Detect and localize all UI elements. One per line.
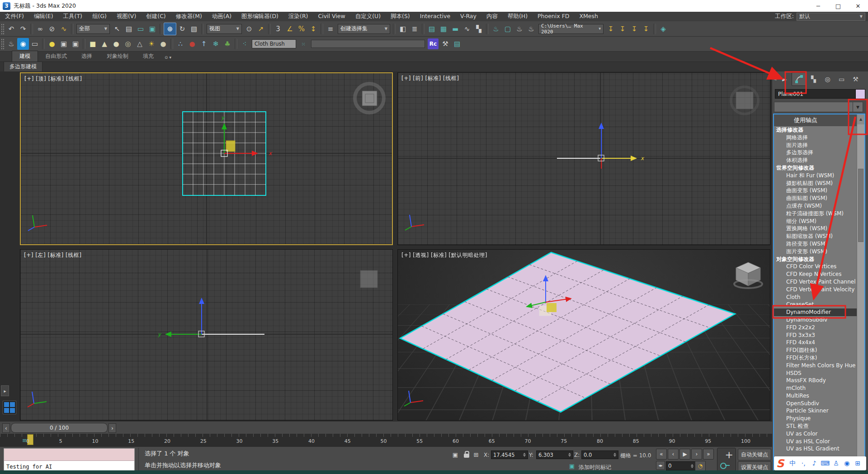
spinner-snap-icon[interactable]: ↕ <box>307 23 319 35</box>
menu-item[interactable]: V-Ray <box>455 12 481 21</box>
close-button[interactable]: ✕ <box>848 0 868 12</box>
select-and-move-icon[interactable]: ⊕ <box>164 23 176 35</box>
viewport-top[interactable]: [+] [顶] [标准] [线框] <box>20 72 393 245</box>
menu-item[interactable]: 渲染(R) <box>283 12 313 21</box>
next-frame-button[interactable]: › <box>691 449 702 460</box>
tab-utilities[interactable]: ⚒ <box>849 73 863 85</box>
maximize-button[interactable]: □ <box>828 0 848 12</box>
unlink-selection-icon[interactable]: ⊘ <box>46 23 58 35</box>
listener-macro-row[interactable] <box>4 449 134 461</box>
project-folder-dropdown[interactable]: C:\Users\… Max 2020 ▼ <box>538 24 604 34</box>
modifier-list-item[interactable]: 多边形选择 <box>774 149 857 156</box>
polygon-modeling-panel-button[interactable]: 多边形建模 <box>4 62 42 72</box>
paint-dots-icon[interactable]: ⁖ <box>239 38 250 50</box>
viewport-left[interactable]: [+] [左] [标准] [线框] y <box>20 249 393 421</box>
modifier-list-item[interactable]: CFD Color Vertices <box>774 263 857 270</box>
brush-preset-field[interactable]: Cloth Brush <box>252 39 296 48</box>
material-editor-icon[interactable]: ◈ <box>657 23 669 35</box>
angle-snap-icon[interactable]: ∠ <box>284 23 296 35</box>
ime-toolbox-icon[interactable]: ◉ <box>841 460 852 468</box>
viewport-layout-arrow-button[interactable]: ▸ <box>1 385 9 396</box>
modifier-list-item[interactable]: OpenSubdiv <box>774 400 857 408</box>
undo-icon[interactable]: ↶ <box>5 23 17 35</box>
viewport-perspective[interactable]: [+] [透视] [标准] [默认明暗处理] <box>397 249 770 421</box>
wrench-icon[interactable]: ⚒ <box>439 38 451 50</box>
modifier-list-item[interactable]: 点缓存 (WSM) <box>774 202 857 210</box>
rendered-frame-window-icon[interactable]: ▢ <box>502 23 514 35</box>
modifier-list-item[interactable]: CFD Keep N Vertices <box>774 270 857 278</box>
modifier-list-item[interactable]: STL 检查 <box>774 422 857 430</box>
modifier-list-item[interactable]: CFD Vertex Paint Channel <box>774 278 857 286</box>
menu-item[interactable]: Civil View <box>313 12 350 21</box>
go-to-start-button[interactable]: « <box>656 449 667 460</box>
pf-source-icon[interactable]: ● <box>186 38 198 50</box>
modifier-list-scrollbar[interactable]: ▲ <box>857 114 864 472</box>
viewport-layout-tabs-button[interactable] <box>3 401 16 414</box>
spinner-icon[interactable] <box>691 464 693 468</box>
redo-icon[interactable]: ↷ <box>17 23 29 35</box>
geometry-cone-icon[interactable]: ▲ <box>99 38 110 50</box>
modifier-list-item[interactable]: 粒子流碰撞图形 (WSM) <box>774 210 857 218</box>
modifier-list-item[interactable]: mCloth <box>774 384 857 392</box>
toolbar-grip[interactable] <box>1 38 4 49</box>
named-selection-set-dropdown[interactable]: 创建选择集 ▼ <box>338 24 390 34</box>
time-configuration-button[interactable]: ◔ <box>695 461 706 471</box>
menu-item[interactable]: 视图(V) <box>112 12 141 21</box>
modifier-list-item[interactable]: Physique <box>774 415 857 422</box>
menu-item[interactable]: 内容 <box>481 12 503 21</box>
modifier-list-item[interactable]: 置换网格 (WSM) <box>774 225 857 232</box>
menu-item[interactable]: 动画(A) <box>207 12 236 21</box>
modifier-list-dropdown[interactable] <box>774 102 854 112</box>
ribbon-tab-selection[interactable]: 选择 <box>74 51 99 62</box>
current-frame-field[interactable]: 0 <box>666 461 696 470</box>
spinner-icon[interactable] <box>613 453 616 457</box>
modifier-list-item[interactable]: FFD 4x4x4 <box>774 339 857 346</box>
use-pivot-center-icon[interactable]: ⊙ <box>243 23 255 35</box>
scroll-up-icon[interactable]: ▲ <box>857 114 864 124</box>
help-sphere-icon[interactable]: ◉ <box>17 38 29 50</box>
ime-punctuation-icon[interactable]: ·, <box>798 460 809 468</box>
ribbon-tab-populate[interactable]: 填充 <box>136 51 161 62</box>
scene-explorer-icon[interactable]: ▤ <box>426 23 438 35</box>
ribbon-overflow-icon[interactable]: ⊙ ▾ <box>161 53 175 62</box>
modifier-list-item[interactable]: MassFX RBody <box>774 377 857 384</box>
tab-hierarchy[interactable]: ▚ <box>807 73 821 85</box>
tab-modify[interactable] <box>792 72 807 86</box>
edit-named-selection-sets-icon[interactable]: ≡ <box>325 23 336 35</box>
modifier-list-item[interactable]: 路径变形 (WSM) <box>774 240 857 248</box>
render-preset-icon-3[interactable]: ↧ <box>628 23 640 35</box>
time-slider-handle[interactable]: 0 / 100 <box>11 423 108 433</box>
select-and-manipulate-icon[interactable]: ↗ <box>255 23 267 35</box>
modifier-list-item[interactable]: HSDS <box>774 370 857 377</box>
ime-logo[interactable]: S <box>776 457 784 470</box>
modifier-list-item[interactable]: 贴图缩放器 (WSM) <box>774 232 857 240</box>
modifier-list-item[interactable]: DynamoSubdiv <box>774 316 857 324</box>
geometry-sphere-icon[interactable]: ● <box>110 38 122 50</box>
menu-item[interactable]: XMesh <box>574 12 603 21</box>
ribbon-tab-freeform[interactable]: 自由形式 <box>38 51 74 62</box>
modifier-list-item[interactable]: DynamoModifier <box>774 308 857 316</box>
layer-explorer-icon[interactable]: ▦ <box>438 23 449 35</box>
next-frame-arrow[interactable]: › <box>108 423 116 433</box>
geometry-egg-icon[interactable]: ● <box>157 38 169 50</box>
menu-item[interactable]: 工具(T) <box>58 12 87 21</box>
modifier-list-item[interactable]: MultiRes <box>774 392 857 400</box>
viewport-front[interactable]: [+] [前] [标准] [线框] x <box>397 72 770 245</box>
spinner-icon[interactable] <box>568 453 571 457</box>
select-and-link-icon[interactable]: ∞ <box>34 23 46 35</box>
previous-frame-arrow[interactable]: ‹ <box>2 423 10 433</box>
modifier-list-item[interactable]: UV as HSL Gradient <box>774 445 857 453</box>
modifier-list-item[interactable]: 曲面贴图 (WSM) <box>774 194 857 202</box>
modifier-list-item[interactable]: Filter Mesh Colors By Hue <box>774 362 857 370</box>
ime-skin-icon[interactable]: ♙ <box>830 460 841 468</box>
menu-item[interactable]: 自定义(U) <box>350 12 386 21</box>
space-warp-icon[interactable]: ↑ <box>198 38 210 50</box>
geometry-box-icon[interactable]: ■ <box>87 38 99 50</box>
panel-scroll-left-icon[interactable]: ◄ <box>772 77 778 81</box>
align-icon[interactable]: ≣ <box>409 23 420 35</box>
menu-item[interactable]: Phoenix FD <box>533 12 574 21</box>
z-coordinate-field[interactable]: 0.0 <box>581 450 618 459</box>
modifier-list-item[interactable]: 面片选择 <box>774 142 857 149</box>
modifier-list-item[interactable]: FFD 2x2x2 <box>774 324 857 332</box>
snaps-toggle-icon[interactable]: 3 <box>272 23 284 35</box>
